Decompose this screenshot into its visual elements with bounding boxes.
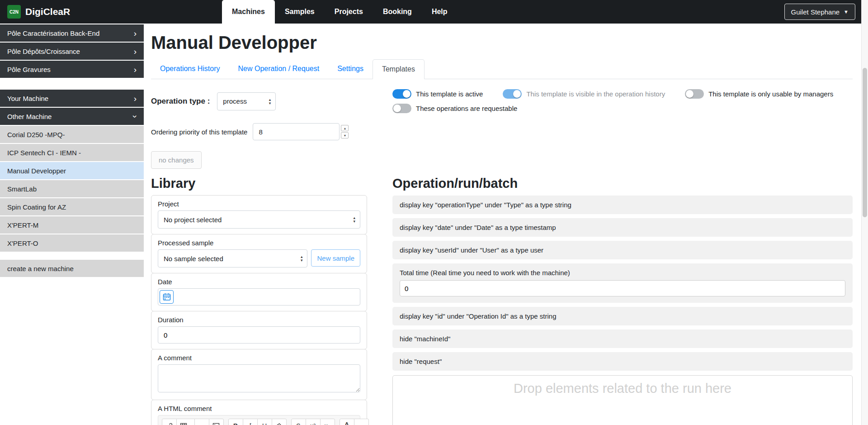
template-row-hide-machineid[interactable]: hide "machineId" [392,329,853,348]
template-row-operation-id[interactable]: display key "id" under "Operation Id" as… [392,307,853,325]
total-time-input[interactable] [400,280,845,296]
select-arrows-icon: ▴▾ [353,216,355,223]
machine-item-corial[interactable]: Corial D250 -MPQ- [0,126,144,143]
chevron-down-icon: › [131,115,139,118]
template-row-operation-type[interactable]: display key "operationType" under "Type"… [392,196,853,214]
sidebar-group-pole-caracterisation[interactable]: Pôle Caractérisation Back-End › [0,24,144,42]
vertical-scrollbar[interactable] [861,0,868,425]
nav-machines[interactable]: Machines [222,0,275,24]
duration-input[interactable] [158,326,360,344]
library-card-comment[interactable]: A comment [151,349,367,400]
library-card-duration[interactable]: Duration [151,311,367,349]
operation-type-select[interactable]: process ▴▾ [217,92,276,110]
toggle-template-visible-history[interactable]: This template is visible in the operatio… [503,89,665,99]
no-changes-button[interactable]: no changes [151,151,202,169]
strikethrough-icon[interactable]: S [291,419,306,425]
nav-projects[interactable]: Projects [325,0,373,24]
underline-icon[interactable]: U [257,419,272,425]
run-dropzone[interactable]: Drop elements related to the run here [392,375,853,425]
brand-name: DigiCleaR [25,6,70,17]
library-card-date[interactable]: Date [151,273,367,311]
machine-item-xpert-m[interactable]: X'PERT-M [0,216,144,234]
toggle-operations-requestable[interactable]: These operations are requestable [392,104,517,113]
html-comment-label: A HTML comment [158,405,360,412]
new-sample-button[interactable]: New sample [311,249,360,267]
clear-formatting-icon[interactable] [272,419,287,425]
sidebar-group-pole-gravures[interactable]: Pôle Gravures › [0,61,144,78]
subscript-icon[interactable]: x₂ [320,419,335,425]
nav-help[interactable]: Help [422,0,458,24]
switch-off-icon[interactable] [685,89,704,99]
nav-booking[interactable]: Booking [373,0,422,24]
create-machine-button[interactable]: create a new machine [0,260,144,277]
library-card-html-comment[interactable]: A HTML comment ▾ — [151,400,367,425]
machine-item-smartlab[interactable]: SmartLab [0,180,144,197]
library-card-sample[interactable]: Processed sample No sample selected ▴▾ N… [151,234,367,273]
chevron-right-icon: › [134,47,137,56]
machine-item-manual-developper[interactable]: Manual Developper [0,162,144,179]
spinner-down-icon[interactable]: ▼ [341,132,349,138]
chevron-right-icon: › [134,65,137,74]
nav-samples[interactable]: Samples [275,0,325,24]
c2n-logo-icon: C2N [7,5,21,19]
switch-on-icon[interactable] [503,89,522,99]
sidebar-group-your-machine[interactable]: Your Machine › [0,90,144,107]
comment-textarea[interactable] [158,364,360,392]
tab-operations-history[interactable]: Operations History [151,59,229,79]
calendar-icon[interactable] [160,290,174,304]
superscript-icon[interactable]: x² [306,419,321,425]
caret-down-icon: ▼ [844,9,849,14]
toggle-template-active[interactable]: This template is active [392,89,483,99]
switch-on-icon[interactable] [392,89,411,99]
template-row-user[interactable]: display key "userId" under "User" as a t… [392,241,853,259]
machine-item-xpert-o[interactable]: X'PERT-O [0,234,144,252]
image-icon[interactable] [209,419,224,425]
sidebar-group-other-machine[interactable]: Other Machine › [0,108,144,125]
total-time-label: Total time (Real time you need to work w… [400,269,845,277]
tab-settings[interactable]: Settings [328,59,373,79]
template-row-hide-request[interactable]: hide "request" [392,352,853,371]
highlight-color-icon[interactable]: A [340,419,354,425]
caret-down-icon: ▾ [361,424,363,425]
library-column: Library Project No project selected ▴▾ P… [151,176,367,425]
library-card-project[interactable]: Project No project selected ▴▾ [151,195,367,234]
machine-tabs: Operations History New Operation / Reque… [151,59,853,79]
scrollbar-thumb[interactable] [863,68,867,217]
operation-type-group: Operation type : process ▴▾ [151,89,392,113]
comment-label: A comment [158,354,360,362]
date-field[interactable] [158,288,360,306]
bold-icon[interactable]: B [228,419,243,425]
italic-icon[interactable]: I [243,419,258,425]
sample-label: Processed sample [158,239,360,247]
horizontal-rule-icon[interactable]: — [194,419,209,425]
sidebar-group-label: Pôle Gravures [7,66,51,73]
toggle-label: These operations are requestable [416,105,517,112]
sample-select-value: No sample selected [164,255,223,263]
main-content: Manual Developper Operations History New… [144,24,868,425]
template-row-total-time[interactable]: Total time (Real time you need to work w… [392,263,853,303]
toggle-managers-only[interactable]: This template is only usable by managers [685,89,833,99]
switch-off-icon[interactable] [392,104,411,113]
highlight-color-dropdown[interactable]: ▾ [354,419,369,425]
tab-templates[interactable]: Templates [373,59,425,79]
tab-new-operation[interactable]: New Operation / Request [229,59,329,79]
template-row-date[interactable]: display key "date" under "Date" as a typ… [392,218,853,237]
toggle-label: This template is visible in the operatio… [526,90,665,98]
sample-select[interactable]: No sample selected ▴▾ [158,249,307,267]
operation-type-label: Operation type : [151,97,210,106]
duration-label: Duration [158,316,360,324]
machine-item-spin-coating[interactable]: Spin Coating for AZ [0,198,144,215]
topbar: C2N DigiCleaR Machines Samples Projects … [0,0,868,24]
machine-item-icp-sentech[interactable]: ICP Sentech CI - IEMN - [0,144,144,161]
operation-column: Operation/run/batch display key "operati… [392,176,853,425]
sidebar-group-pole-depots[interactable]: Pôle Dépôts/Croissance › [0,43,144,60]
spinner-up-icon[interactable]: ▲ [341,125,349,131]
project-select[interactable]: No project selected ▴▾ [158,210,360,229]
ordering-priority-input[interactable] [253,123,340,140]
table-icon[interactable]: ▾ [176,419,195,425]
link-icon[interactable] [162,419,177,425]
project-select-value: No project selected [164,216,222,224]
page-title: Manual Developper [151,33,853,53]
date-input[interactable] [174,290,359,304]
user-menu-button[interactable]: Guilet Stephane ▼ [784,4,855,20]
